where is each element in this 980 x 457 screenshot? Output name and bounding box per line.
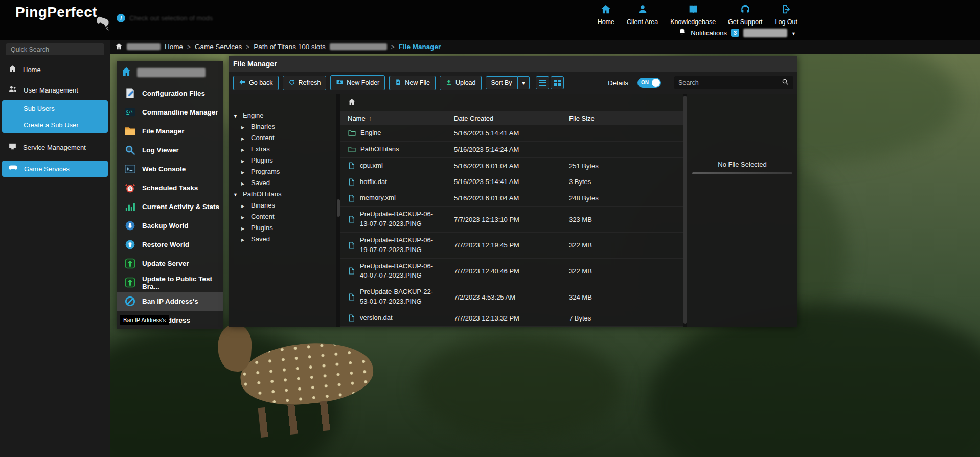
breadcrumb-game-services[interactable]: Game Services (195, 43, 242, 51)
chevron-down-icon[interactable] (791, 28, 796, 37)
tree-caret-icon[interactable] (233, 111, 239, 119)
file-row[interactable]: PreUpdate-BACKUP-06-40-07-07-2023.PING 7… (340, 259, 683, 285)
menu-item-file-manager[interactable]: File Manager (117, 122, 223, 141)
menu-item-current-activity-stats[interactable]: Current Activity & Stats (117, 197, 223, 216)
sidebar-item-user-management[interactable]: User Management (0, 81, 110, 99)
new-folder-button[interactable]: New Folder (330, 75, 385, 90)
quick-search (6, 43, 104, 55)
sidebar-item-game-services[interactable]: Game Services (2, 161, 108, 177)
search-icon[interactable] (781, 78, 789, 88)
tree-caret-icon[interactable] (241, 145, 247, 153)
scrollbar-thumb[interactable] (683, 96, 687, 324)
details-toggle[interactable]: ON (637, 78, 661, 88)
tree-node[interactable]: Programs (229, 166, 336, 177)
scrollbar-thumb[interactable] (337, 199, 340, 217)
file-row[interactable]: PathOfTitans 5/16/2023 5:14:24 AM (340, 142, 683, 158)
tree-caret-icon[interactable] (241, 134, 247, 142)
column-name[interactable]: Name (348, 115, 366, 122)
details-scrollbar[interactable] (692, 172, 792, 174)
tree-node[interactable]: Content (229, 211, 336, 222)
search-input[interactable] (678, 79, 778, 86)
file-row[interactable]: version.dat 7/7/2023 12:13:32 PM 7 Bytes (340, 310, 683, 327)
column-file-size[interactable]: File Size (569, 115, 683, 122)
notifications-label[interactable]: Notifications (691, 29, 727, 37)
menu-item-update-public-test[interactable]: Update to Public Test Bra... (117, 273, 223, 292)
go-back-button[interactable]: Go back (233, 76, 279, 90)
file-row[interactable]: PreUpdate-BACKUP-06-19-07-07-2023.PING 7… (340, 233, 683, 259)
menu-item-backup-world[interactable]: Backup World (117, 216, 223, 235)
menu-item-ban-ip[interactable]: Ban IP Address's (117, 292, 223, 311)
sort-by-button[interactable]: Sort By (486, 76, 518, 89)
nav-log-out[interactable]: Log Out (775, 4, 797, 26)
file-manager-toolbar: Go back Refresh New Folder New File Uplo… (229, 72, 797, 94)
column-date-created[interactable]: Date Created (454, 115, 569, 122)
menu-item-configuration-files[interactable]: Configuration Files (117, 84, 223, 103)
tree-node[interactable]: Binaries (229, 199, 336, 211)
breadcrumb-current[interactable]: File Manager (399, 43, 441, 51)
tree-node[interactable]: Extras (229, 143, 336, 154)
sidebar-item-create-sub-user[interactable]: Create a Sub User (2, 117, 108, 133)
menu-item-web-console[interactable]: Web Console (117, 159, 223, 178)
sidebar-item-sub-users[interactable]: Sub Users (2, 100, 108, 117)
file-size: 322 MB (569, 241, 683, 249)
tree-scrollbar[interactable] (336, 94, 340, 327)
update-icon (124, 277, 136, 289)
upload-button[interactable]: Upload (440, 76, 482, 90)
commandline-icon: C:\ (124, 106, 136, 119)
tree-caret-icon[interactable] (241, 179, 247, 187)
tree-caret-icon[interactable] (241, 213, 247, 220)
file-row[interactable]: Engine 5/16/2023 5:14:41 AM (340, 125, 683, 142)
menu-item-scheduled-tasks[interactable]: Scheduled Tasks (117, 178, 223, 197)
file-icon (348, 215, 356, 223)
grid-view-button[interactable] (551, 76, 564, 89)
tree-caret-icon[interactable] (241, 235, 247, 243)
menu-item-restore-world[interactable]: Restore World (117, 235, 223, 254)
sidebar-item-home[interactable]: Home (0, 60, 110, 79)
brand-name: PingPerfect (15, 4, 97, 20)
sidebar-item-service-management[interactable]: Service Management (0, 138, 110, 156)
file-row[interactable]: memory.xml 5/16/2023 6:01:04 AM 248 Byte… (340, 190, 683, 207)
breadcrumb-service[interactable]: Path of Titans 100 slots (254, 43, 325, 51)
service-menu-header[interactable] (117, 61, 223, 84)
home-icon[interactable] (348, 98, 356, 108)
file-size: 322 MB (569, 267, 683, 275)
tree-node[interactable]: Engine (229, 109, 336, 121)
sort-by-caret-button[interactable] (518, 76, 530, 89)
file-row[interactable]: hotfix.dat 5/16/2023 5:14:41 AM 3 Bytes (340, 174, 683, 191)
tree-caret-icon[interactable] (241, 168, 247, 175)
tree-node[interactable]: Binaries (229, 121, 336, 132)
tree-node[interactable]: Saved (229, 233, 336, 244)
tree-node[interactable]: Plugins (229, 154, 336, 166)
nav-home[interactable]: Home (598, 4, 614, 26)
info-icon[interactable] (117, 14, 125, 22)
tree-node[interactable]: PathOfTitans (229, 188, 336, 199)
list-view-button[interactable] (536, 76, 549, 89)
menu-item-update-server[interactable]: Update Server (117, 254, 223, 273)
tree-node[interactable]: Content (229, 132, 336, 143)
tree-caret-icon[interactable] (241, 201, 247, 209)
file-row[interactable]: PreUpdate-BACKUP-06-13-07-07-2023.PING 7… (340, 207, 683, 233)
file-row[interactable]: PreUpdate-BACKUP-22-53-01-07-2023.PING 7… (340, 284, 683, 310)
list-scrollb­ar[interactable] (683, 94, 687, 327)
bell-icon[interactable] (678, 28, 687, 38)
nav-knowledgebase[interactable]: Knowledgebase (670, 4, 716, 26)
tree-caret-icon[interactable] (241, 156, 247, 164)
new-file-button[interactable]: New File (389, 76, 436, 90)
nav-client-area[interactable]: Client Area (627, 4, 658, 26)
menu-item-commandline-manager[interactable]: C:\ Commandline Manager (117, 103, 223, 122)
tree-caret-icon[interactable] (241, 123, 247, 130)
tree-caret-icon[interactable] (233, 190, 239, 198)
quick-search-input[interactable] (11, 46, 99, 53)
tree-node[interactable]: Plugins (229, 222, 336, 233)
breadcrumb-home[interactable]: Home (165, 43, 183, 51)
brand-logo[interactable]: PingPerfect (15, 4, 116, 20)
file-row[interactable]: cpu.xml 5/16/2023 6:01:04 AM 251 Bytes (340, 158, 683, 174)
home-icon[interactable] (115, 42, 123, 52)
sidebar-user-management-group: Sub Users Create a Sub User (2, 100, 108, 133)
refresh-button[interactable]: Refresh (283, 76, 327, 90)
no-file-selected-text: No File Selected (718, 161, 766, 168)
tree-caret-icon[interactable] (241, 224, 247, 232)
nav-get-support[interactable]: Get Support (728, 4, 762, 26)
menu-item-log-viewer[interactable]: Log Viewer (117, 141, 223, 159)
tree-node[interactable]: Saved (229, 177, 336, 188)
